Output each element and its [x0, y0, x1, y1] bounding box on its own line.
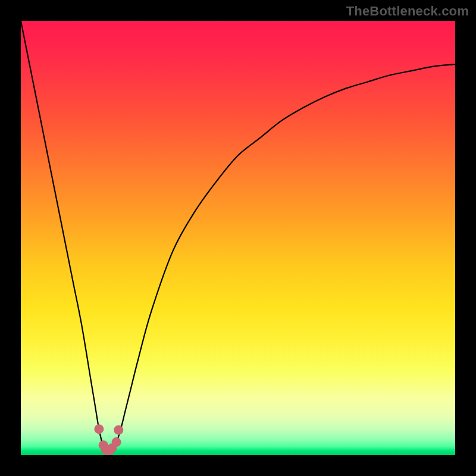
plot-area	[21, 21, 455, 455]
minimum-markers	[94, 424, 123, 455]
marker-dot	[94, 424, 104, 434]
marker-dot	[112, 437, 121, 447]
bottleneck-curve	[21, 21, 455, 451]
chart-frame: TheBottleneck.com	[0, 0, 476, 476]
bottleneck-chart	[21, 21, 455, 455]
marker-dot	[114, 425, 123, 435]
watermark-text: TheBottleneck.com	[346, 4, 469, 19]
